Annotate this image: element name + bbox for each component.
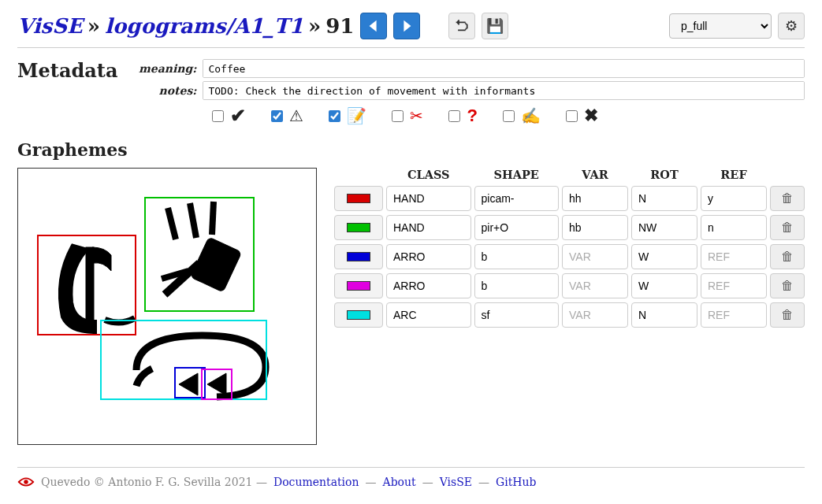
flag-write-icon: ✍ <box>521 106 541 125</box>
next-button[interactable] <box>393 13 420 39</box>
cell-class[interactable] <box>386 215 471 240</box>
bbox[interactable] <box>201 369 232 400</box>
flag-done[interactable]: ✔ <box>209 105 246 127</box>
flag-reject-icon: ✖ <box>584 106 598 126</box>
table-row: 🗑 <box>334 215 805 240</box>
cell-shape[interactable] <box>474 273 560 298</box>
arrow-right-icon <box>400 19 414 33</box>
flag-write[interactable]: ✍ <box>500 106 541 125</box>
cell-var[interactable] <box>562 273 628 298</box>
graphemes-title: Graphemes <box>17 139 805 160</box>
cell-shape[interactable] <box>474 215 560 240</box>
flag-edit-icon: 📝 <box>347 106 366 125</box>
footer-link-visse[interactable]: VisSE <box>440 476 472 488</box>
breadcrumb-sep: » <box>308 14 321 38</box>
cell-class[interactable] <box>386 302 471 328</box>
flag-help-checkbox[interactable] <box>448 110 460 122</box>
cell-class[interactable] <box>386 273 471 298</box>
row-swatch[interactable] <box>334 186 383 211</box>
flag-cut[interactable]: ✂ <box>389 106 423 125</box>
notes-label: notes: <box>130 84 196 97</box>
breadcrumb-app[interactable]: VisSE <box>17 14 83 38</box>
notes-input[interactable] <box>203 81 805 100</box>
cell-shape[interactable] <box>474 186 560 211</box>
cell-rot[interactable] <box>631 186 697 211</box>
cell-ref[interactable] <box>701 215 767 240</box>
table-row: 🗑 <box>334 302 805 328</box>
cell-rot[interactable] <box>631 302 697 328</box>
breadcrumb: VisSE » logograms/A1_T1 » 91 <box>17 14 354 38</box>
row-swatch[interactable] <box>334 215 383 240</box>
trash-icon: 🗑 <box>781 220 794 234</box>
flag-done-checkbox[interactable] <box>212 110 224 122</box>
table-row: 🗑 <box>334 186 805 211</box>
breadcrumb-item: 91 <box>325 14 354 38</box>
cell-class[interactable] <box>386 244 471 269</box>
bbox[interactable] <box>144 197 255 312</box>
arrow-left-icon <box>366 19 381 33</box>
col-class: CLASS <box>386 168 471 181</box>
breadcrumb-sep: » <box>87 14 100 38</box>
footer: Quevedo © Antonio F. G. Sevilla 2021 — D… <box>17 467 805 488</box>
gear-icon: ⚙ <box>785 17 798 35</box>
cell-class[interactable] <box>386 186 471 211</box>
row-swatch[interactable] <box>334 302 383 328</box>
cell-shape[interactable] <box>474 244 560 269</box>
cell-rot[interactable] <box>631 215 697 240</box>
breadcrumb-dataset[interactable]: logograms/A1_T1 <box>105 14 303 38</box>
cell-var[interactable] <box>562 244 628 269</box>
cell-var[interactable] <box>562 302 628 328</box>
flag-warn-checkbox[interactable] <box>271 110 283 122</box>
save-button[interactable]: 💾 <box>482 13 508 39</box>
grapheme-table: CLASS SHAPE VAR ROT REF 🗑🗑🗑🗑🗑 <box>334 168 805 332</box>
delete-row-button[interactable]: 🗑 <box>770 244 805 269</box>
table-row: 🗑 <box>334 273 805 298</box>
flag-reject[interactable]: ✖ <box>563 106 598 126</box>
trash-icon: 🗑 <box>781 250 794 263</box>
table-row: 🗑 <box>334 244 805 269</box>
footer-link-github[interactable]: GitHub <box>496 476 536 488</box>
canvas[interactable] <box>17 168 317 445</box>
svg-point-5 <box>24 480 28 484</box>
settings-button[interactable]: ⚙ <box>778 13 805 39</box>
cell-shape[interactable] <box>474 302 560 328</box>
view-select[interactable]: p_full <box>669 13 772 39</box>
cell-ref[interactable] <box>701 186 767 211</box>
cell-ref[interactable] <box>701 273 767 298</box>
footer-link-about[interactable]: About <box>383 476 416 488</box>
flag-done-icon: ✔ <box>230 105 246 127</box>
cell-ref[interactable] <box>701 244 767 269</box>
flag-row: ✔⚠📝✂?✍✖ <box>209 105 805 127</box>
cell-rot[interactable] <box>631 244 697 269</box>
cell-ref[interactable] <box>701 302 767 328</box>
delete-row-button[interactable]: 🗑 <box>770 273 805 298</box>
flag-warn[interactable]: ⚠ <box>268 106 303 125</box>
row-swatch[interactable] <box>334 273 383 298</box>
cell-rot[interactable] <box>631 273 697 298</box>
flag-edit[interactable]: 📝 <box>325 106 366 125</box>
col-shape: SHAPE <box>474 168 560 181</box>
cell-var[interactable] <box>562 186 628 211</box>
swatch-color <box>347 281 370 291</box>
prev-button[interactable] <box>360 13 387 39</box>
flag-edit-checkbox[interactable] <box>329 110 340 122</box>
divider <box>17 47 805 48</box>
meaning-input[interactable] <box>203 59 805 78</box>
flag-reject-checkbox[interactable] <box>566 110 578 122</box>
flag-help[interactable]: ? <box>445 106 477 126</box>
footer-link-doc[interactable]: Documentation <box>273 476 359 488</box>
flag-write-checkbox[interactable] <box>503 110 515 122</box>
flag-cut-checkbox[interactable] <box>392 110 404 122</box>
delete-row-button[interactable]: 🗑 <box>770 215 805 240</box>
delete-row-button[interactable]: 🗑 <box>770 186 805 211</box>
save-icon: 💾 <box>486 17 504 35</box>
row-swatch[interactable] <box>334 244 383 269</box>
footer-credit: Quevedo © Antonio F. G. Sevilla 2021 — <box>41 476 267 488</box>
cell-var[interactable] <box>562 215 628 240</box>
col-var: VAR <box>562 168 628 181</box>
revert-button[interactable]: ⮌ <box>448 13 475 39</box>
delete-row-button[interactable]: 🗑 <box>770 302 805 328</box>
col-ref: REF <box>701 168 767 181</box>
trash-icon: 🗑 <box>781 191 794 205</box>
swatch-color <box>347 194 370 203</box>
